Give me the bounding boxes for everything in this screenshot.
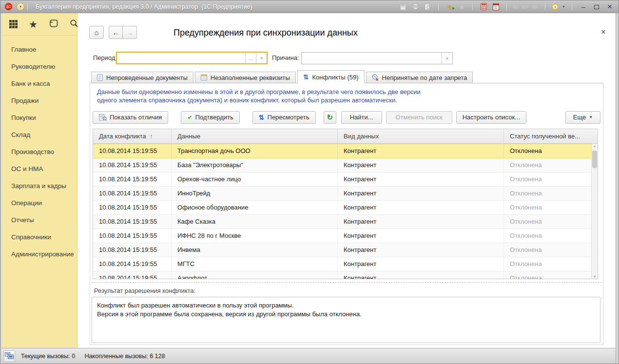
sidebar-item[interactable]: Зарплата и кадры	[0, 177, 77, 194]
tab-unposted-documents[interactable]: Непроведенные документы	[91, 72, 193, 83]
cell-kind: Контрагент	[338, 215, 504, 229]
tab-unfilled-attributes[interactable]: Незаполненные реквизиты	[195, 72, 296, 83]
form-area: ⌂ ← → Предупреждения при синхронизации д…	[77, 13, 619, 348]
reason-clear-button[interactable]: ×	[442, 53, 452, 64]
cell-status: Отклонена	[504, 243, 591, 257]
titlebar-separator	[545, 3, 545, 10]
tab-conflicts[interactable]: ⇅ Конфликты (59)	[297, 70, 365, 83]
history-icon[interactable]	[49, 19, 58, 29]
more-button[interactable]: Еще ▼	[565, 111, 600, 124]
column-header-date[interactable]: Дата конфликта ↑	[93, 129, 172, 143]
sidebar-item[interactable]: Банк и касса	[0, 75, 77, 92]
cell-kind: Контрагент	[338, 271, 504, 279]
section-sidebar: ★ ГлавноеРуководителюБанк и кассаПродажи…	[0, 13, 77, 348]
sidebar-item[interactable]: Покупки	[0, 109, 77, 126]
window-frame-right	[616, 13, 619, 364]
cell-conflict-date: 10.08.2014 15:19:55	[93, 243, 172, 257]
calculator-icon[interactable]	[479, 2, 488, 11]
tab-rejected-by-date[interactable]: Непринятые по дате запрета	[366, 72, 473, 83]
table-row[interactable]: 10.08.2014 15:19:55 ИФНС 28 по г Москве …	[93, 229, 591, 243]
sidebar-item[interactable]: ОС и НМА	[0, 160, 77, 177]
add-to-favorites-icon[interactable]: ★ ▶	[445, 2, 454, 11]
table-row[interactable]: 10.08.2014 15:19:55 Транспортная дочь ОО…	[93, 144, 591, 158]
column-header-status[interactable]: Статус полученной ве...	[504, 129, 598, 143]
table-row[interactable]: 10.08.2014 15:19:55 Орехов-частное лицо …	[93, 172, 591, 187]
table-row[interactable]: 10.08.2014 15:19:55 Кафе Сказка Контраге…	[93, 215, 591, 229]
column-header-kind[interactable]: Вид данных	[338, 129, 504, 143]
cell-data: Транспортная дочь ООО	[172, 144, 338, 158]
find-button[interactable]: Найти...	[341, 111, 382, 124]
favorites-star-icon[interactable]: ★	[29, 19, 38, 29]
table-row[interactable]: 10.08.2014 15:19:55 Аэрофлот Контрагент …	[93, 271, 591, 279]
status-calls-text: Текущие вызовы: 0 Накопленные вызовы: 6 …	[21, 353, 173, 360]
sidebar-item[interactable]: Отчеты	[0, 211, 77, 229]
splitter-handle[interactable]	[91, 282, 602, 283]
show-differences-button[interactable]: Показать отличия	[93, 111, 168, 124]
cell-kind: Контрагент	[338, 243, 504, 257]
cancel-search-button[interactable]: Отменить поиск	[386, 111, 452, 124]
reason-input[interactable]	[302, 53, 442, 64]
sidebar-item[interactable]: Руководителю	[0, 58, 77, 75]
titlebar-separator	[572, 3, 572, 10]
table-row[interactable]: 10.08.2014 15:19:55 МГТС Контрагент Откл…	[93, 257, 591, 271]
cell-kind: Контрагент	[338, 257, 504, 271]
cell-data: Инвема	[172, 243, 338, 257]
table-row[interactable]: 10.08.2014 15:19:55 Офисное оборудование…	[93, 201, 591, 215]
main-menu-chevron-icon[interactable]: ▼	[17, 3, 24, 11]
favorites-icon[interactable]: ★	[457, 2, 466, 11]
calendar-icon[interactable]: 31	[491, 2, 500, 11]
back-button[interactable]: ←	[109, 26, 123, 39]
period-label: Период:	[93, 52, 117, 64]
print-icon[interactable]	[411, 2, 420, 11]
cell-kind: Контрагент	[338, 158, 504, 172]
conflicts-table: Дата конфликта ↑ Данные Вид данных Стату…	[93, 129, 598, 279]
server-calls-button[interactable]	[3, 350, 15, 362]
close-button[interactable]: ×	[605, 2, 615, 12]
memory-plus-button[interactable]: M+	[522, 4, 529, 10]
document-icon	[97, 74, 103, 81]
scroll-up-icon[interactable]: ▲	[592, 144, 598, 148]
forward-button[interactable]: →	[123, 26, 137, 39]
conflicts-panel: Данные были одновременно изменены в этой…	[90, 83, 603, 345]
info-chevron-icon[interactable]: ▼	[562, 5, 565, 8]
sidebar-item[interactable]: Справочники	[0, 229, 77, 246]
table-row[interactable]: 10.08.2014 15:19:55 ИнноТрейд Контрагент…	[93, 187, 591, 201]
save-icon[interactable]	[399, 2, 407, 11]
scroll-down-icon[interactable]: ▼	[592, 275, 598, 278]
sidebar-item[interactable]: Администрирование	[0, 246, 77, 263]
print-preview-icon[interactable]	[423, 2, 432, 11]
info-icon[interactable]: i	[552, 3, 559, 10]
period-field-group: ... ×	[116, 52, 268, 64]
configure-list-button[interactable]: Настроить список...	[456, 111, 526, 124]
sidebar-item[interactable]: Производство	[0, 143, 77, 160]
cell-kind: Контрагент	[338, 201, 504, 214]
memory-recall-button[interactable]: M	[513, 4, 518, 10]
table-icon	[201, 75, 207, 80]
sidebar-item[interactable]: Операции	[0, 194, 77, 211]
sidebar-item[interactable]: Склад	[0, 126, 77, 143]
sidebar-item[interactable]: Главное	[0, 41, 77, 58]
table-row[interactable]: 10.08.2014 15:19:55 База "Электротовары"…	[93, 158, 591, 172]
vertical-scrollbar[interactable]: ▲ ▼	[591, 144, 598, 279]
review-button[interactable]: ⇅ Пересмотреть	[252, 111, 316, 124]
scrollbar-thumb[interactable]	[592, 151, 597, 168]
column-header-data[interactable]: Данные	[172, 129, 338, 143]
period-ellipsis-button[interactable]: ...	[245, 53, 256, 63]
titlebar-separator	[438, 3, 439, 10]
cell-data: ИнноТрейд	[172, 187, 338, 200]
period-input[interactable]	[117, 53, 245, 63]
reason-field-group: ×	[301, 52, 453, 64]
memory-minus-button[interactable]: M-	[532, 4, 539, 10]
more-chevron-icon: ▼	[589, 115, 593, 119]
refresh-button[interactable]: ↻	[324, 111, 336, 124]
maximize-button[interactable]	[592, 3, 601, 11]
period-clear-button[interactable]: ×	[256, 53, 267, 63]
minimize-button[interactable]: –	[579, 3, 588, 11]
sections-menu-icon[interactable]	[9, 20, 18, 28]
cell-conflict-date: 10.08.2014 15:19:55	[93, 144, 172, 158]
table-row[interactable]: 10.08.2014 15:19:55 Инвема Контрагент От…	[93, 243, 591, 257]
sidebar-item[interactable]: Продажи	[0, 92, 77, 109]
form-close-icon[interactable]: ×	[601, 27, 606, 37]
confirm-button[interactable]: ✔ Подтвердить	[181, 111, 239, 124]
home-button[interactable]: ⌂	[89, 26, 104, 39]
